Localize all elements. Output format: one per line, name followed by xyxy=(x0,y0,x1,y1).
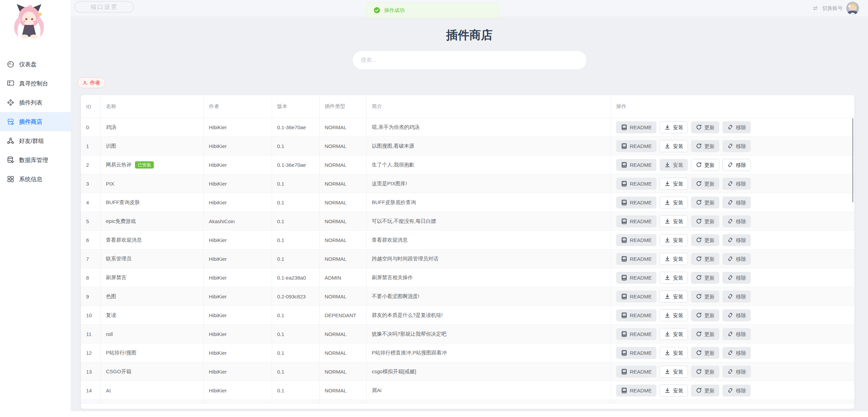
sidebar-item-label: 好友/群组 xyxy=(19,137,44,145)
readme-button[interactable]: README xyxy=(616,253,656,265)
update-button[interactable]: 更新 xyxy=(691,309,719,321)
install-button[interactable]: 安装 xyxy=(660,385,688,396)
update-button[interactable]: 更新 xyxy=(691,215,719,227)
table-header-row: ID 名称 作者 版本 插件类型 简介 操作 xyxy=(81,95,854,118)
install-button[interactable]: 安装 xyxy=(660,272,688,284)
readme-button[interactable]: README xyxy=(616,309,656,321)
readme-button[interactable]: README xyxy=(616,366,656,378)
install-button[interactable]: 安装 xyxy=(660,178,688,190)
table-row: 2 网易云热评 已安装 HibiKier 0.1-36e70ae NORMAL … xyxy=(81,156,854,174)
update-button[interactable]: 更新 xyxy=(691,328,719,340)
remove-button[interactable]: 移除 xyxy=(722,234,751,246)
readme-button[interactable]: README xyxy=(616,140,656,152)
install-button[interactable]: 安装 xyxy=(660,197,688,209)
unlink-icon xyxy=(727,331,733,337)
update-button[interactable]: 更新 xyxy=(691,272,719,284)
refresh-icon xyxy=(696,331,702,337)
remove-button[interactable]: 移除 xyxy=(722,140,751,152)
cell-type: NORMAL xyxy=(320,174,367,193)
readme-button[interactable]: README xyxy=(616,121,656,133)
install-button[interactable]: 安装 xyxy=(660,121,688,133)
sidebar-item-label: 插件商店 xyxy=(19,118,42,126)
plugin-name: 联系管理员 xyxy=(106,256,132,262)
remove-button[interactable]: 移除 xyxy=(722,197,751,209)
remove-button[interactable]: 移除 xyxy=(722,121,751,133)
update-button[interactable]: 更新 xyxy=(691,140,719,152)
gauge-icon xyxy=(6,60,15,68)
plugin-name: P站排行/搜图 xyxy=(106,350,136,356)
search-input[interactable] xyxy=(352,51,587,70)
install-button[interactable]: 安装 xyxy=(660,347,688,359)
update-button[interactable]: 更新 xyxy=(691,347,719,359)
cell-id: 5 xyxy=(81,212,101,231)
update-button[interactable]: 更新 xyxy=(691,253,719,265)
update-button[interactable]: 更新 xyxy=(691,366,719,378)
table-row: 3 PIX HibiKier 0.1 NORMAL 这里是PIX图库! READ… xyxy=(81,174,854,193)
update-button[interactable]: 更新 xyxy=(691,159,719,171)
install-button[interactable]: 安装 xyxy=(660,309,688,321)
sidebar-item-database-manage[interactable]: 数据库管理 xyxy=(0,150,71,170)
remove-button[interactable]: 移除 xyxy=(722,309,751,321)
refresh-icon xyxy=(696,180,702,187)
readme-button[interactable]: README xyxy=(616,347,656,359)
readme-button[interactable]: README xyxy=(616,197,656,209)
cell-actions: README安装更新移除 xyxy=(611,325,854,344)
cell-id: 13 xyxy=(81,362,101,381)
sidebar-item-friends-groups[interactable]: 好友/群组 xyxy=(0,131,71,150)
cell-id: 0 xyxy=(81,118,101,137)
switch-account[interactable]: 切换账号 xyxy=(812,0,859,16)
remove-button[interactable]: 移除 xyxy=(722,178,751,190)
download-icon xyxy=(664,256,670,262)
remove-button[interactable]: 移除 xyxy=(722,272,751,284)
install-button[interactable]: 安装 xyxy=(660,159,688,171)
author-filter-button[interactable]: 作者 xyxy=(78,77,105,88)
cell-actions: README安装更新移除 xyxy=(611,193,854,212)
install-button[interactable]: 安装 xyxy=(660,215,688,227)
readme-button[interactable]: README xyxy=(616,291,656,302)
install-button[interactable]: 安装 xyxy=(660,328,688,340)
install-button[interactable]: 安装 xyxy=(660,291,688,302)
install-button[interactable]: 安装 xyxy=(660,366,688,378)
remove-button[interactable]: 移除 xyxy=(722,291,751,302)
install-button[interactable]: 安装 xyxy=(660,234,688,246)
table-scrollbar-thumb[interactable] xyxy=(852,118,853,202)
cell-id: 4 xyxy=(81,193,101,212)
remove-button[interactable]: 移除 xyxy=(722,366,751,378)
update-button[interactable]: 更新 xyxy=(691,178,719,190)
update-button[interactable]: 更新 xyxy=(691,385,719,396)
readme-button[interactable]: README xyxy=(616,178,656,190)
readme-button[interactable]: README xyxy=(616,215,656,227)
cell-actions: README安装更新移除 xyxy=(611,306,854,325)
remove-button[interactable]: 移除 xyxy=(722,253,751,265)
update-button[interactable]: 更新 xyxy=(691,121,719,133)
readme-button[interactable]: README xyxy=(616,328,656,340)
remove-button[interactable]: 移除 xyxy=(722,215,751,227)
remove-button[interactable]: 移除 xyxy=(722,385,751,396)
cell-version: 0.2-093c823 xyxy=(272,287,320,306)
sidebar-item-console[interactable]: 真寻控制台 xyxy=(0,74,71,93)
cell-actions: README安装更新移除 xyxy=(611,268,854,287)
cell-name: PIX xyxy=(101,174,204,193)
readme-button[interactable]: README xyxy=(616,159,656,171)
readme-icon xyxy=(621,237,627,243)
cell-name: 鸡汤 xyxy=(101,118,204,137)
update-button[interactable]: 更新 xyxy=(691,234,719,246)
install-button[interactable]: 安装 xyxy=(660,253,688,265)
remove-button[interactable]: 移除 xyxy=(722,328,751,340)
readme-button[interactable]: README xyxy=(616,272,656,284)
port-settings-button[interactable]: 端口设置 xyxy=(74,1,134,13)
remove-button[interactable]: 移除 xyxy=(722,347,751,359)
sidebar-item-plugin-store[interactable]: 插件商店 xyxy=(0,112,71,131)
update-button[interactable]: 更新 xyxy=(691,197,719,209)
user-avatar[interactable] xyxy=(846,2,859,15)
cell-type: NORMAL xyxy=(320,287,367,306)
sidebar-item-dashboard[interactable]: 仪表盘 xyxy=(0,55,71,74)
readme-button[interactable]: README xyxy=(616,234,656,246)
cell-author: AkashiCoin xyxy=(204,212,272,231)
remove-button[interactable]: 移除 xyxy=(722,159,751,171)
sidebar-item-plugin-list[interactable]: 插件列表 xyxy=(0,93,71,112)
update-button[interactable]: 更新 xyxy=(691,291,719,302)
readme-button[interactable]: README xyxy=(616,385,656,396)
install-button[interactable]: 安装 xyxy=(660,140,688,152)
sidebar-item-system-info[interactable]: 系统信息 xyxy=(0,170,71,189)
